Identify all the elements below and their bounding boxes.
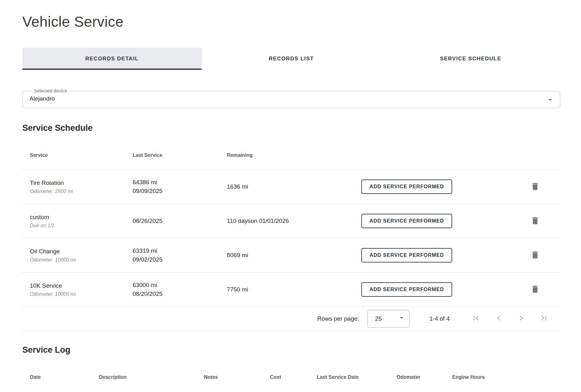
pagination-bar: Rows per page: 25 1-4 of 4 <box>22 307 560 331</box>
service-cell: custom Due on 1/1 <box>30 214 133 229</box>
column-header-date: Date <box>30 374 99 380</box>
service-name: 10K Service <box>30 282 133 289</box>
table-row: Oil Change Odometer: 10000 mi 63319 mi 0… <box>22 238 560 273</box>
chevron-down-icon <box>546 96 554 104</box>
service-cell: 10K Service Odometer: 10000 mi <box>30 282 133 297</box>
last-page-button[interactable] <box>537 312 551 326</box>
column-header-odometer: Odometer <box>397 374 452 380</box>
rows-per-page-value: 25 <box>375 315 382 322</box>
add-service-performed-button[interactable]: ADD SERVICE PERFORMED <box>361 248 452 262</box>
add-service-performed-button[interactable]: ADD SERVICE PERFORMED <box>361 214 452 228</box>
delete-service-button[interactable] <box>528 248 542 262</box>
last-service-cell: 64386 mi 09/09/2025 <box>133 178 227 195</box>
pager-controls <box>460 312 551 326</box>
last-service-cell: 63319 mi 09/02/2025 <box>133 246 227 264</box>
service-name: Tire Rotation <box>30 179 133 186</box>
add-service-performed-button[interactable]: ADD SERVICE PERFORMED <box>361 179 452 194</box>
service-schedule-header-row: Service Last Service Remaining <box>22 133 560 170</box>
remaining-cell: 1636 mi <box>227 183 361 190</box>
delete-service-button[interactable] <box>528 283 542 296</box>
service-name: custom <box>30 214 133 221</box>
chevron-right-icon <box>517 313 526 324</box>
trash-icon <box>530 182 540 192</box>
delete-service-button[interactable] <box>528 180 542 194</box>
service-note: Odometer: 2500 mi <box>30 189 133 194</box>
tab-service-schedule[interactable]: SERVICE SCHEDULE <box>381 48 560 70</box>
service-cell: Tire Rotation Odometer: 2500 mi <box>30 179 133 194</box>
column-header-last-service: Last Service <box>133 152 227 158</box>
next-page-button[interactable] <box>514 312 528 326</box>
service-log-heading: Service Log <box>22 345 560 355</box>
pagination-range-label: 1-4 of 4 <box>430 315 450 322</box>
column-header-notes: Notes <box>204 374 270 380</box>
service-note: Odometer: 10000 mi <box>30 257 133 263</box>
trash-icon <box>530 216 540 226</box>
delete-service-button[interactable] <box>528 214 542 228</box>
rows-per-page-label: Rows per page: <box>317 315 359 322</box>
first-page-button[interactable] <box>469 312 483 326</box>
service-log-header-row: Date Description Notes Cost Last Service… <box>22 355 560 391</box>
tab-bar: RECORDS DETAIL RECORDS LIST SERVICE SCHE… <box>22 48 560 70</box>
remaining-cell: 7750 mi <box>227 286 361 293</box>
first-page-icon <box>471 313 481 324</box>
trash-icon <box>530 284 540 295</box>
column-header-engine-hours: Engine Hours <box>452 374 560 380</box>
service-name: Oil Change <box>30 248 133 255</box>
tab-records-detail[interactable]: RECORDS DETAIL <box>22 48 202 70</box>
page-title: Vehicle Service <box>22 13 560 30</box>
chevron-down-icon <box>398 314 405 323</box>
chevron-left-icon <box>494 313 503 324</box>
table-row: Tire Rotation Odometer: 2500 mi 64386 mi… <box>22 170 560 204</box>
table-row: 10K Service Odometer: 10000 mi 63000 mi … <box>22 273 560 307</box>
trash-icon <box>530 250 540 261</box>
remaining-cell: 8069 mi <box>227 252 361 259</box>
column-header-remaining: Remaining <box>227 152 361 158</box>
column-header-cost: Cost <box>270 374 317 380</box>
rows-per-page-select[interactable]: 25 <box>367 310 409 328</box>
service-note: Due on 1/1 <box>30 223 133 229</box>
selected-device-label: Selected device <box>32 89 69 93</box>
selected-device-select[interactable]: Selected device Alejandro <box>22 89 560 108</box>
column-header-last-service-date: Last Service Date <box>317 374 397 380</box>
selected-device-value: Alejandro <box>30 95 55 102</box>
tab-records-list[interactable]: RECORDS LIST <box>202 48 381 70</box>
column-header-service: Service <box>30 152 133 158</box>
add-service-performed-button[interactable]: ADD SERVICE PERFORMED <box>361 282 452 297</box>
service-cell: Oil Change Odometer: 10000 mi <box>30 248 133 263</box>
service-note: Odometer: 10000 mi <box>30 291 133 297</box>
last-page-icon <box>539 313 549 324</box>
last-service-cell: 63000 mi 08/20/2025 <box>133 281 227 298</box>
table-row: custom Due on 1/1 08/26/2025 110 dayson … <box>22 204 560 238</box>
column-header-description: Description <box>99 374 204 380</box>
remaining-cell: 110 dayson 01/01/2026 <box>227 218 361 224</box>
previous-page-button[interactable] <box>492 312 506 326</box>
service-schedule-heading: Service Schedule <box>22 123 560 133</box>
last-service-cell: 08/26/2025 <box>133 217 227 225</box>
